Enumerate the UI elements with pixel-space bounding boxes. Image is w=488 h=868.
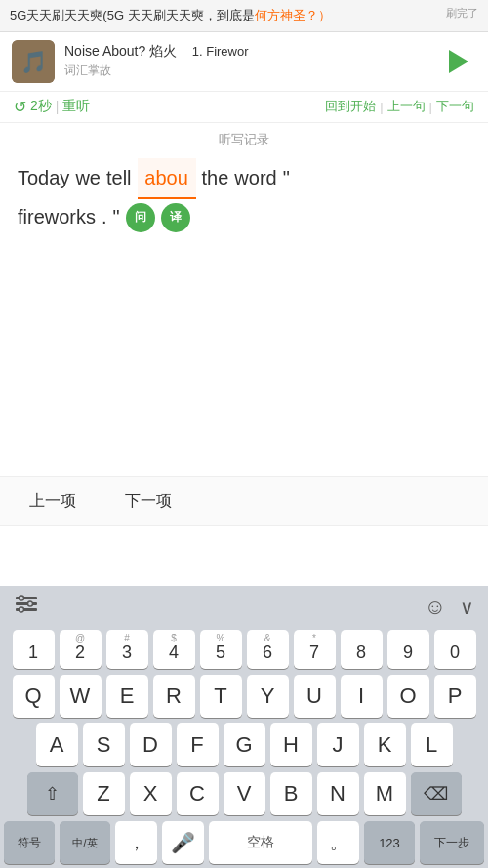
key-7[interactable]: *7 [294,630,336,669]
key-i[interactable]: I [341,675,383,718]
key-shift[interactable]: ⇧ [27,772,78,815]
key-2[interactable]: @2 [60,630,102,669]
keyboard-topbar: ☺ ∨ [0,586,488,626]
key-a[interactable]: A [36,723,78,766]
top-banner: 5G天天刷天天奭(5G 天天刷天天奭，到底是何方神圣？） 刷完了 [0,0,488,32]
content-area [0,242,488,476]
listen-again-btn[interactable]: 重听 [62,98,90,115]
key-comma[interactable]: ， [115,821,157,864]
key-b[interactable]: B [270,772,312,815]
key-q[interactable]: Q [13,675,55,718]
svg-rect-3 [16,602,37,605]
player-title: Noise About? 焰火 1. Firewor [64,43,441,61]
key-123[interactable]: 123 [364,821,415,864]
banner-link[interactable]: 刷完了 [446,6,478,21]
prev-item-btn[interactable]: 上一项 [20,487,86,516]
key-8[interactable]: 8 [341,630,383,669]
nav-row: 上一项 下一项 [0,476,488,526]
key-u[interactable]: U [294,675,336,718]
key-c[interactable]: C [177,772,219,815]
dictation-title: 听写记录 [14,131,474,148]
key-l[interactable]: L [411,723,453,766]
key-s[interactable]: S [83,723,125,766]
svg-point-6 [28,601,33,606]
prev-sentence-btn[interactable]: 上一句 [387,98,426,115]
svg-point-7 [20,607,24,612]
player-track: 1. Firewor [192,44,249,59]
emoji-icon[interactable]: ☺ [425,595,446,620]
key-zh-en[interactable]: 中/英 [60,821,110,864]
keyboard-area: ☺ ∨ 1 @2 #3 $4 %5 &6 *7 8 9 0 Q W E R T … [0,586,488,868]
player-avatar: 🎵 [12,40,55,83]
dictation-section: 听写记录 Today we tell abou the word " firew… [0,123,488,242]
key-h[interactable]: H [270,723,312,766]
bottom-row: 符号 中/英 ， 🎤 空格 。 123 下一步 [0,817,488,868]
key-f[interactable]: F [177,723,219,766]
next-item-btn[interactable]: 下一项 [115,487,182,516]
key-y[interactable]: Y [247,675,289,718]
key-x[interactable]: X [130,772,172,815]
key-1[interactable]: 1 [13,630,55,669]
word-input-abou[interactable]: abou [138,158,196,199]
key-p[interactable]: P [434,675,476,718]
kb-settings-icon[interactable] [14,592,39,622]
zxcv-row: ⇧ Z X C V B N M ⌫ [0,768,488,817]
key-z[interactable]: Z [83,772,125,815]
banner-text: 5G天天刷天天奭(5G 天天刷天天奭，到底是何方神圣？） [10,8,331,22]
key-t[interactable]: T [200,675,242,718]
key-v[interactable]: V [224,772,265,815]
shift-icon: ⇧ [45,783,60,805]
chevron-down-icon[interactable]: ∨ [460,596,474,619]
next-sentence-btn[interactable]: 下一句 [436,98,474,115]
num-row: 1 @2 #3 $4 %5 &6 *7 8 9 0 [0,626,488,671]
kb-top-right: ☺ ∨ [425,595,474,620]
word-tell: tell [106,158,132,197]
word-today: Today [18,158,69,197]
key-r[interactable]: R [153,675,195,718]
key-0[interactable]: 0 [434,630,476,669]
key-k[interactable]: K [364,723,406,766]
qwerty-row: Q W E R T Y U I O P [0,671,488,720]
key-j[interactable]: J [317,723,359,766]
player-info: Noise About? 焰火 1. Firewor 词汇掌故 [64,43,441,79]
svg-point-5 [20,596,24,600]
key-d[interactable]: D [130,723,172,766]
sentence-line-2: fireworks . " 问 译 [14,203,474,232]
key-space[interactable]: 空格 [209,821,312,864]
speed-label[interactable]: 2秒 [30,98,52,115]
play-icon [449,50,468,73]
key-w[interactable]: W [60,675,102,718]
asdf-row: A S D F G H J K L [0,720,488,768]
typed-fireworks: fireworks [18,206,96,228]
play-button[interactable] [441,44,476,79]
player-row: 🎵 Noise About? 焰火 1. Firewor 词汇掌故 [0,32,488,92]
go-start-btn[interactable]: 回到开始 [325,98,376,115]
word-we: we [75,158,101,197]
controls-right: 回到开始 | 上一句 | 下一句 [325,98,474,115]
key-e[interactable]: E [106,675,148,718]
key-symbols[interactable]: 符号 [4,821,55,864]
key-mic[interactable]: 🎤 [162,821,204,864]
key-period[interactable]: 。 [317,821,359,864]
svg-text:🎵: 🎵 [20,49,48,75]
player-subtitle: 词汇掌故 [64,62,441,79]
controls-row: ↺ 2秒 | 重听 回到开始 | 上一句 | 下一句 [0,92,488,123]
word-the: the [202,158,229,197]
key-4[interactable]: $4 [153,630,195,669]
key-9[interactable]: 9 [387,630,429,669]
key-3[interactable]: #3 [106,630,148,669]
key-g[interactable]: G [224,723,265,766]
key-o[interactable]: O [387,675,429,718]
key-6[interactable]: &6 [247,630,289,669]
open-quote: " [283,158,290,197]
key-m[interactable]: M [364,772,406,815]
key-n[interactable]: N [317,772,359,815]
key-delete[interactable]: ⌫ [411,772,462,815]
word-word: word [234,158,276,197]
key-next-step[interactable]: 下一步 [420,821,484,864]
translate-btn[interactable]: 译 [161,203,190,232]
key-5[interactable]: %5 [200,630,242,669]
period: . [102,206,107,228]
sentence-line-1: Today we tell abou the word " [14,158,474,199]
question-btn[interactable]: 问 [126,203,155,232]
